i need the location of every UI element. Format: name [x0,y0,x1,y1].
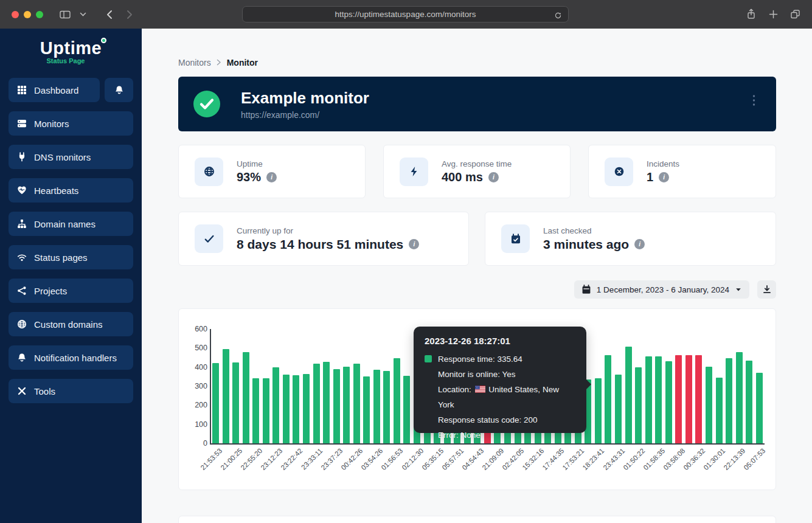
info-icon[interactable]: i [266,172,277,182]
chart-bar[interactable] [695,355,702,443]
sidebar-item-heartbeats[interactable]: Heartbeats [9,178,133,203]
share-icon[interactable] [743,5,760,23]
flag-us-icon [475,386,485,393]
chart-bar[interactable] [625,347,632,443]
kebab-menu-icon[interactable] [752,94,755,108]
plug-icon [16,152,27,162]
breadcrumb: Monitors Monitor [178,58,258,68]
sidebar-item-projects[interactable]: Projects [9,279,133,303]
chart-bar[interactable] [645,356,652,443]
sidebar-item-tools[interactable]: Tools [9,379,133,403]
zoom-window-button[interactable] [36,11,43,18]
chart-bar[interactable] [272,367,279,443]
reload-icon[interactable] [552,9,564,21]
sidebar-item-dns-monitors[interactable]: DNS monitors [9,145,133,169]
app-logo: Uptime Status Page [0,29,142,69]
calendar-check-icon [501,224,530,253]
chart-bar[interactable] [665,361,672,443]
chart-bar[interactable] [363,376,370,443]
chart-bar[interactable] [263,378,269,443]
sidebar-item-dashboard[interactable]: Dashboard [9,78,100,102]
chart-bar[interactable] [313,364,320,443]
chart-bar[interactable] [736,352,743,443]
breadcrumb-monitor: Monitor [227,58,258,68]
info-icon[interactable]: i [488,172,499,182]
tooltip-error: Error: None [425,428,575,443]
date-range-button[interactable]: 1 December, 2023 - 6 January, 2024 [574,280,749,299]
bolt-icon [400,158,428,186]
sidebar-item-monitors[interactable]: Monitors [9,111,133,136]
sidebar-item-label: Dashboard [34,85,78,95]
nav-row: Domain names [9,212,133,236]
chart-bar[interactable] [716,378,723,443]
sidebar-item-notification-handlers[interactable]: Notification handlers [9,345,133,370]
chart-bar[interactable] [223,349,229,443]
sidebar-toggle-icon[interactable] [57,6,74,23]
x-axis-label: 22:13:39 [722,447,746,471]
info-icon[interactable]: i [634,239,645,249]
chart-bar[interactable] [383,371,390,443]
x-axis-label: 23:12:23 [259,447,283,471]
chart-bar[interactable] [595,378,602,443]
chart-bar[interactable] [232,362,239,443]
y-axis-tick: 0 [183,439,207,448]
chart-bar[interactable] [615,375,622,443]
x-axis-label: 00:42:26 [340,447,364,471]
chart-bar[interactable] [685,355,692,443]
tab-overview-icon[interactable] [786,5,803,23]
chart-bar[interactable] [343,367,350,443]
download-button[interactable] [757,280,776,299]
sidebar-item-label: Projects [34,286,67,296]
stat-label: Uptime [237,159,277,168]
new-tab-icon[interactable] [765,5,782,23]
stat-card-uptime-duration: Currently up for 8 days 14 hours 51 minu… [178,212,469,266]
chart-bar[interactable] [726,358,732,443]
logo-dot-icon [101,38,106,43]
chart-bar[interactable] [252,378,259,443]
y-axis-tick: 200 [183,401,207,409]
chevron-down-icon[interactable] [77,6,88,23]
chart-bar[interactable] [212,363,219,443]
nav-row: Custom domains [9,312,133,336]
chart-bar[interactable] [323,362,330,443]
bell-icon [16,353,27,363]
chart-bar[interactable] [353,364,360,443]
info-icon[interactable]: i [659,172,669,182]
chart-bar[interactable] [394,358,400,443]
stat-card-uptime: Uptime 93%i [178,145,366,198]
sidebar-item-status-pages[interactable]: Status pages [9,245,133,269]
notifications-button[interactable] [105,78,133,102]
chart-bar[interactable] [333,369,340,443]
x-axis-label: 22:55:20 [239,447,263,471]
sitemap-icon [16,219,27,229]
forward-icon[interactable] [121,6,138,23]
sidebar-item-domain-names[interactable]: Domain names [9,212,133,236]
chart-bar[interactable] [293,375,299,443]
chart-bar[interactable] [403,376,410,443]
browser-chrome: https://uptimestatuspage.com/monitors [0,0,812,29]
chart-bar[interactable] [655,356,662,443]
info-icon[interactable]: i [409,239,419,249]
chart-bar[interactable] [746,361,752,443]
chart-bar[interactable] [756,373,763,443]
nav-row: Status pages [9,245,133,269]
chart-bar[interactable] [373,370,380,443]
back-icon[interactable] [100,6,117,23]
minimize-window-button[interactable] [24,11,31,18]
breadcrumb-monitors[interactable]: Monitors [178,58,211,68]
chart-bar[interactable] [243,352,249,443]
globe-icon [16,319,27,330]
sidebar-item-custom-domains[interactable]: Custom domains [9,312,133,336]
close-window-button[interactable] [12,11,19,18]
chart-bar[interactable] [635,367,642,443]
monitor-name: Example monitor [241,89,369,108]
chart-bar[interactable] [283,375,290,443]
chart-bar[interactable] [706,367,712,443]
chart-bar[interactable] [675,355,682,443]
address-bar[interactable]: https://uptimestatuspage.com/monitors [242,6,569,23]
stat-label: Avg. response time [442,159,512,168]
chart-bar[interactable] [605,355,611,443]
tooltip-response-time: Response time: 335.64 [438,355,522,364]
chart-bar[interactable] [303,374,310,443]
sidebar-item-label: Heartbeats [34,185,78,196]
